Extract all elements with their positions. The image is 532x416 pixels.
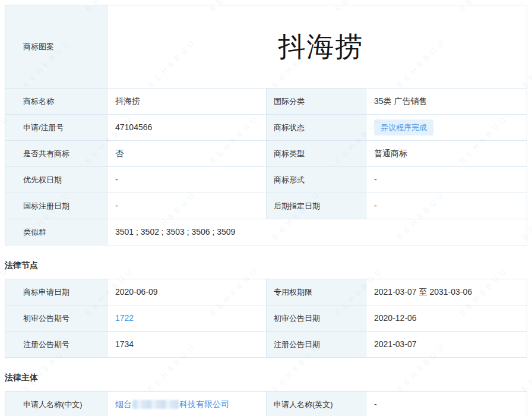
field-value-intl-class: 35类 广告销售 (366, 89, 527, 115)
redacted-text (132, 400, 179, 409)
field-value-registration-number: 47104566 (107, 115, 267, 141)
table-row: 申请人名称(中文) 烟台科技有限公司 申请人名称(英文) - (5, 392, 527, 416)
field-label-exclusive-right-period: 专用权期限 (267, 279, 366, 305)
field-label-similar-group: 类似群 (5, 219, 107, 245)
field-value-priority-date: - (107, 167, 267, 193)
field-value-applicant-name-cn: 烟台科技有限公司 (107, 392, 267, 416)
trademark-detail-page: 商标图案 抖海捞 商标名称 抖海捞 国际分类 35类 广告销售 申请/注册号 4… (0, 0, 532, 416)
section-heading-legal-nodes: 法律节点 (5, 260, 527, 271)
field-label-trademark-image: 商标图案 (5, 5, 107, 89)
field-label-preliminary-gazette-date: 初审公告日期 (267, 305, 366, 332)
field-label-applicant-name-en: 申请人名称(英文) (267, 392, 366, 416)
table-row: 商标图案 抖海捞 (5, 5, 527, 89)
field-label-trademark-name: 商标名称 (5, 89, 107, 115)
table-row: 商标申请日期 2020-06-09 专用权期限 2021-03-07 至 203… (5, 279, 527, 305)
field-value-exclusive-right-period: 2021-03-07 至 2031-03-06 (366, 279, 527, 305)
field-value-registration-gazette-date: 2021-03-07 (366, 332, 527, 358)
trademark-info-table: 商标图案 抖海捞 商标名称 抖海捞 国际分类 35类 广告销售 申请/注册号 4… (5, 5, 527, 245)
field-label-registration-gazette-date: 注册公告日期 (267, 332, 366, 358)
preliminary-gazette-issue-link[interactable]: 1722 (115, 313, 134, 323)
field-value-later-designation-date: - (366, 193, 527, 219)
field-value-trademark-form: - (366, 167, 527, 193)
field-value-application-date: 2020-06-09 (107, 279, 267, 305)
field-value-shared-trademark: 否 (107, 141, 267, 167)
table-row: 是否共有商标 否 商标类型 普通商标 (5, 141, 527, 167)
field-label-later-designation-date: 后期指定日期 (267, 193, 366, 219)
field-label-registration-number: 申请/注册号 (5, 115, 107, 141)
trademark-image-cell: 抖海捞 (107, 5, 527, 89)
applicant-name-prefix: 烟台 (115, 399, 132, 409)
field-value-registration-gazette-issue: 1734 (107, 332, 267, 358)
field-label-application-date: 商标申请日期 (5, 279, 107, 305)
status-badge: 异议程序完成 (374, 119, 433, 136)
applicant-name-suffix: 科技有限公司 (179, 399, 229, 409)
table-row: 优先权日期 - 商标形式 - (5, 167, 527, 193)
field-value-similar-group: 3501 ; 3502 ; 3503 ; 3506 ; 3509 (107, 219, 527, 245)
field-label-trademark-status: 商标状态 (267, 115, 366, 141)
trademark-image-text: 抖海捞 (278, 30, 364, 63)
field-label-trademark-type: 商标类型 (267, 141, 366, 167)
field-value-trademark-type: 普通商标 (366, 141, 527, 167)
field-label-trademark-form: 商标形式 (267, 167, 366, 193)
field-label-intl-registration-date: 国标注册日期 (5, 193, 107, 219)
field-label-intl-class: 国际分类 (267, 89, 366, 115)
table-row: 申请/注册号 47104566 商标状态 异议程序完成 (5, 115, 527, 141)
field-label-applicant-name-cn: 申请人名称(中文) (5, 392, 107, 416)
field-value-trademark-name: 抖海捞 (107, 89, 267, 115)
field-value-trademark-status: 异议程序完成 (366, 115, 527, 141)
field-value-preliminary-gazette-date: 2020-12-06 (366, 305, 527, 332)
table-row: 类似群 3501 ; 3502 ; 3503 ; 3506 ; 3509 (5, 219, 527, 245)
field-label-registration-gazette-issue: 注册公告期号 (5, 332, 107, 358)
table-row: 商标名称 抖海捞 国际分类 35类 广告销售 (5, 89, 527, 115)
legal-nodes-table: 商标申请日期 2020-06-09 专用权期限 2021-03-07 至 203… (5, 279, 527, 358)
field-value-preliminary-gazette-issue: 1722 (107, 305, 267, 332)
table-row: 国标注册日期 - 后期指定日期 - (5, 193, 527, 219)
field-label-preliminary-gazette-issue: 初审公告期号 (5, 305, 107, 332)
field-label-shared-trademark: 是否共有商标 (5, 141, 107, 167)
field-value-intl-registration-date: - (107, 193, 267, 219)
field-value-applicant-name-en: - (366, 392, 527, 416)
legal-entities-table: 申请人名称(中文) 烟台科技有限公司 申请人名称(英文) - (5, 391, 527, 416)
field-label-priority-date: 优先权日期 (5, 167, 107, 193)
section-heading-legal-entities: 法律主体 (5, 373, 527, 383)
applicant-name-cn-link[interactable]: 烟台科技有限公司 (115, 399, 229, 409)
table-row: 初审公告期号 1722 初审公告日期 2020-12-06 (5, 305, 527, 332)
table-row: 注册公告期号 1734 注册公告日期 2021-03-07 (5, 332, 527, 358)
